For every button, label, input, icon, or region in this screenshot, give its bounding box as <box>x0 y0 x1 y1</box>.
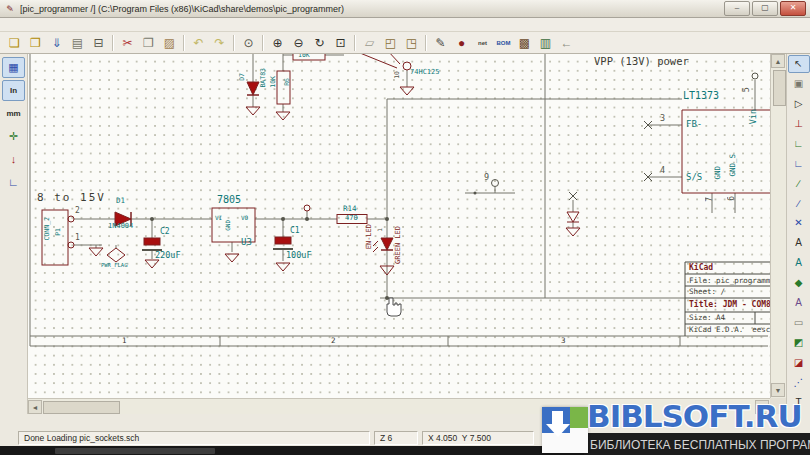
zoom-in-button[interactable]: ⊕ <box>267 32 288 53</box>
grid-toggle-button[interactable]: ▦ <box>2 57 25 78</box>
place-hierarchical-label-button[interactable]: A <box>788 294 810 312</box>
place-bus-button[interactable]: ∟ <box>788 155 810 173</box>
page-settings-button[interactable]: ▤ <box>67 32 88 53</box>
hierarchy-navigator-button[interactable]: ▱ <box>359 32 380 53</box>
app-icon: ✎ <box>4 3 16 15</box>
find-button[interactable]: ⊙ <box>238 32 259 53</box>
options-toolbar: ▦Inmm✛↓∟ <box>0 54 28 414</box>
label-c2-ref: C2 <box>160 228 170 236</box>
label-r14-value: 470 <box>345 215 358 222</box>
cursor-shape-button[interactable]: ✛ <box>2 126 25 147</box>
vertical-scrollbar[interactable]: ▲ ▼ <box>770 54 786 398</box>
pin-number: 3 <box>660 114 665 123</box>
open-schematic-button[interactable]: ❐ <box>25 32 46 53</box>
annotate-button[interactable]: ✎ <box>430 32 451 53</box>
pin-number: 6 <box>728 196 736 201</box>
gate-body <box>360 54 400 68</box>
label-u3-pin-gnd: GND <box>225 220 231 231</box>
highlight-net-button[interactable]: ▣ <box>788 75 810 93</box>
units-mm-button[interactable]: mm <box>2 103 25 124</box>
junction-dots <box>150 192 477 301</box>
taskbar-item[interactable] <box>55 448 215 454</box>
cap-c2 <box>144 238 160 245</box>
toolbar-separator <box>112 35 114 51</box>
library-browser-button[interactable]: ◳ <box>401 32 422 53</box>
titleblock-sheet: Sheet: / <box>689 288 725 296</box>
label-r6-ref: R6 <box>284 78 291 86</box>
place-sheet-button[interactable]: ▭ <box>788 314 810 332</box>
place-net-label-button[interactable]: A <box>788 234 810 252</box>
titleblock-footer: KiCad E.D.A. eeschema <box>689 326 770 334</box>
close-button[interactable]: ✕ <box>780 1 806 16</box>
scroll-left-arrow[interactable]: ◄ <box>28 400 42 414</box>
paste-button[interactable]: ▨ <box>159 32 180 53</box>
place-junction-button[interactable]: ◆ <box>788 274 810 292</box>
label-rtop-value: 10K <box>298 54 310 59</box>
pcbnew-button[interactable]: ▥ <box>535 32 556 53</box>
place-component-button[interactable]: ▷ <box>788 95 810 113</box>
download-arrow-head <box>546 424 570 437</box>
cut-button[interactable]: ✂ <box>117 32 138 53</box>
bom-button[interactable]: BOM <box>493 32 514 53</box>
wire-to-bus-entry-button[interactable]: ∕ <box>788 175 810 193</box>
place-line-button[interactable]: ⋰ <box>788 374 810 392</box>
label-lt1373-value: LT1373 <box>683 91 719 101</box>
main-toolbar: ❏❐⇓▤⊟✂❐▨↶↷⊙⊕⊖↻⊡▱◰◳✎●netBOM▩▥← <box>0 32 810 54</box>
label-r14-ref: R14 <box>343 205 357 213</box>
tools-toolbar: ↖▣▷⊥∟∟∕∕✕AA◆A▭◩◪⋰T <box>786 54 810 414</box>
zoom-out-button[interactable]: ⊖ <box>288 32 309 53</box>
pin-number: 9 <box>484 173 489 182</box>
redo-button[interactable]: ↷ <box>209 32 230 53</box>
download-arrow-icon <box>552 411 563 424</box>
place-wire-button[interactable]: ∟ <box>788 135 810 153</box>
status-message: Done Loading pic_sockets.sch <box>18 431 370 445</box>
schematic-canvas[interactable]: 8 to 15V CONN_2 P1 2 1 D1 1N4004 C2 220u… <box>28 54 770 398</box>
netlist-button[interactable]: net <box>472 32 493 53</box>
note-vpp-power: VPP (13V) power <box>594 56 689 67</box>
window-title: [pic_programmer /] (C:\Program Files (x8… <box>20 4 722 14</box>
bus-to-bus-entry-button[interactable]: ∕ <box>788 195 810 213</box>
scroll-up-arrow[interactable]: ▲ <box>771 54 785 68</box>
pin-number: 7 <box>706 197 714 202</box>
cap-c1 <box>275 237 291 244</box>
import-sheet-pin-button[interactable]: ◩ <box>788 334 810 352</box>
title-bar[interactable]: ✎ [pic_programmer /] (C:\Program Files (… <box>0 0 810 18</box>
leave-sheet-button[interactable]: ◰ <box>380 32 401 53</box>
frame-col-number: 2 <box>331 337 336 345</box>
units-inches-button[interactable]: In <box>2 80 25 101</box>
note-supply-range: 8 to 15V <box>37 192 106 203</box>
redraw-view-button[interactable]: ↻ <box>309 32 330 53</box>
vertical-scroll-thumb[interactable] <box>773 70 786 106</box>
toolbar-separator <box>233 35 235 51</box>
save-button[interactable]: ⇓ <box>46 32 67 53</box>
status-zoom-level: Z 6 <box>374 431 418 445</box>
print-button[interactable]: ⊟ <box>88 32 109 53</box>
label-d7-ref: D7 <box>239 73 246 81</box>
back-annotate-button[interactable]: ← <box>556 32 577 53</box>
label-pwr-flag: PWR_FLAG <box>101 263 128 269</box>
hidden-pins-button[interactable]: ↓ <box>2 149 25 170</box>
copy-button[interactable]: ❐ <box>138 32 159 53</box>
scroll-down-arrow[interactable]: ▼ <box>771 383 785 397</box>
no-connect-button[interactable]: ✕ <box>788 215 810 233</box>
cvpcb-button[interactable]: ▩ <box>514 32 535 53</box>
maximize-button[interactable]: ▢ <box>752 1 778 16</box>
place-global-label-button[interactable]: A <box>788 254 810 272</box>
hv-orientation-button[interactable]: ∟ <box>2 172 25 193</box>
place-power-port-button[interactable]: ⊥ <box>788 115 810 133</box>
horizontal-scroll-thumb[interactable] <box>43 401 120 414</box>
label-lt-pin-fb: FB- <box>686 120 702 129</box>
watermark-subtitle: БИБЛИОТЕКА БЕСПЛАТНЫХ ПРОГРАММ <box>590 438 810 452</box>
new-schematic-button[interactable]: ❏ <box>4 32 25 53</box>
zoom-fit-button[interactable]: ⊡ <box>330 32 351 53</box>
place-sheet-pin-button[interactable]: ◪ <box>788 354 810 372</box>
titleblock-file: File: pic_programmer <box>689 277 770 285</box>
cursor-tool-button[interactable]: ↖ <box>788 55 810 73</box>
undo-button[interactable]: ↶ <box>188 32 209 53</box>
label-u3-pin-vo: VO <box>241 215 248 221</box>
label-conn-value: CONN_2 <box>44 217 51 240</box>
erc-check-button[interactable]: ● <box>451 32 472 53</box>
wires <box>30 54 768 346</box>
minimize-button[interactable]: – <box>724 1 750 16</box>
pin-number: 1 <box>75 234 80 242</box>
